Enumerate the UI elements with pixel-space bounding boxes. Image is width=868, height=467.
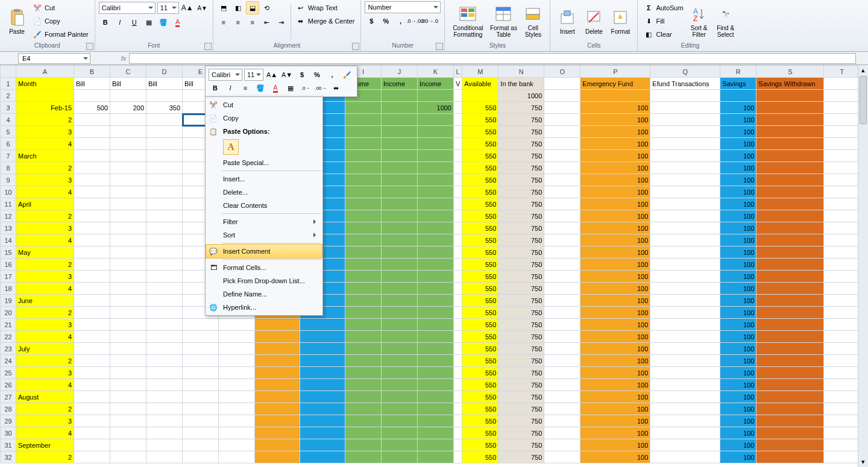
cell-D20[interactable] [146, 307, 183, 319]
cell-S20[interactable] [756, 307, 824, 319]
cell-C9[interactable] [110, 174, 146, 186]
cell-L9[interactable] [454, 174, 462, 186]
cell-O29[interactable] [544, 415, 580, 427]
cell-J27[interactable] [382, 391, 418, 403]
cell-A14[interactable]: 4 [16, 234, 74, 246]
cell-Q4[interactable] [650, 114, 720, 126]
cell-T8[interactable] [824, 162, 860, 174]
cell-R19[interactable]: 100 [720, 295, 756, 307]
cell-B16[interactable] [74, 259, 110, 271]
cell-O5[interactable] [544, 126, 580, 138]
cell-S19[interactable] [756, 295, 824, 307]
cell-A16[interactable]: 2 [16, 259, 74, 271]
cell-T18[interactable] [824, 283, 860, 295]
col-header-K[interactable]: K [418, 66, 454, 78]
cell-J25[interactable] [382, 367, 418, 379]
cell-P13[interactable]: 100 [580, 222, 650, 234]
cell-B5[interactable] [74, 126, 110, 138]
cell-M7[interactable]: 550 [462, 150, 498, 162]
cell-O19[interactable] [544, 295, 580, 307]
cell-A10[interactable]: 4 [16, 186, 74, 198]
paste-button[interactable]: Paste [4, 1, 30, 41]
cell-O24[interactable] [544, 355, 580, 367]
cell-S18[interactable] [756, 283, 824, 295]
align-center-button[interactable]: ≡ [231, 16, 245, 29]
cell-N29[interactable]: 750 [498, 415, 544, 427]
cell-P5[interactable]: 100 [580, 126, 650, 138]
cell-R10[interactable]: 100 [720, 186, 756, 198]
cell-T19[interactable] [824, 295, 860, 307]
ctx-cut[interactable]: ✂️Cut [206, 98, 322, 111]
cell-N11[interactable]: 750 [498, 198, 544, 210]
cell-L27[interactable] [454, 391, 462, 403]
cell-A19[interactable]: June [16, 295, 74, 307]
cell-D2[interactable] [146, 90, 183, 102]
cell-J14[interactable] [382, 234, 418, 246]
col-header-T[interactable]: T [824, 66, 860, 78]
cell-R13[interactable]: 100 [720, 222, 756, 234]
cell-I3[interactable] [345, 102, 382, 114]
cell-I13[interactable] [345, 222, 382, 234]
font-dialog-launcher[interactable] [204, 43, 212, 50]
cell-N8[interactable]: 750 [498, 162, 544, 174]
cell-I24[interactable] [345, 355, 382, 367]
cell-K32[interactable] [418, 451, 454, 463]
cell-Q17[interactable] [650, 271, 720, 283]
cell-K9[interactable] [418, 174, 454, 186]
cell-C5[interactable] [110, 126, 146, 138]
cell-T23[interactable] [824, 343, 860, 355]
cell-I12[interactable] [345, 210, 382, 222]
cell-G22[interactable] [255, 331, 300, 343]
mini-bold[interactable]: B [209, 81, 222, 95]
row-header-28[interactable]: 28 [1, 403, 16, 415]
dec-indent-button[interactable]: ⇤ [260, 16, 274, 29]
cell-R27[interactable]: 100 [720, 391, 756, 403]
cell-B22[interactable] [74, 331, 110, 343]
cell-K25[interactable] [418, 367, 454, 379]
cell-S14[interactable] [756, 234, 824, 246]
col-header-C[interactable]: C [110, 66, 146, 78]
cell-C7[interactable] [110, 150, 146, 162]
cell-Q19[interactable] [650, 295, 720, 307]
cell-A32[interactable]: 2 [16, 451, 74, 463]
cell-M13[interactable]: 550 [462, 222, 498, 234]
format-as-table-button[interactable]: Format as Table [487, 1, 520, 41]
cell-B23[interactable] [74, 343, 110, 355]
cell-C19[interactable] [110, 295, 146, 307]
cell-D30[interactable] [146, 427, 183, 439]
cell-J12[interactable] [382, 210, 418, 222]
cell-I15[interactable] [345, 246, 382, 259]
cell-N2[interactable]: 1000 [498, 90, 544, 102]
cell-B6[interactable] [74, 138, 110, 150]
cell-R14[interactable]: 100 [720, 234, 756, 246]
cell-G23[interactable] [255, 343, 300, 355]
cell-F32[interactable] [219, 451, 255, 463]
cell-R15[interactable]: 100 [720, 246, 756, 259]
cell-C13[interactable] [110, 222, 146, 234]
cell-K21[interactable] [418, 319, 454, 331]
mini-grow-font[interactable]: A▲ [265, 68, 278, 81]
cell-P15[interactable]: 100 [580, 246, 650, 259]
cell-M32[interactable]: 550 [462, 451, 498, 463]
col-header-R[interactable]: R [720, 66, 756, 78]
cell-P29[interactable]: 100 [580, 415, 650, 427]
row-header-15[interactable]: 15 [1, 246, 16, 259]
cell-P20[interactable]: 100 [580, 307, 650, 319]
cell-A8[interactable]: 2 [16, 162, 74, 174]
cell-A23[interactable]: July [16, 343, 74, 355]
cell-B10[interactable] [74, 186, 110, 198]
cell-T26[interactable] [824, 379, 860, 391]
insert-cells-button[interactable]: Insert [554, 1, 580, 41]
cell-A25[interactable]: 3 [16, 367, 74, 379]
cell-I8[interactable] [345, 162, 382, 174]
cell-N10[interactable]: 750 [498, 186, 544, 198]
row-header-16[interactable]: 16 [1, 259, 16, 271]
cell-Q18[interactable] [650, 283, 720, 295]
cell-T3[interactable] [824, 102, 860, 114]
scroll-down-button[interactable]: ▾ [858, 457, 868, 467]
cell-P16[interactable]: 100 [580, 259, 650, 271]
format-cells-button[interactable]: Format [607, 1, 634, 41]
cell-K15[interactable] [418, 246, 454, 259]
scroll-thumb[interactable] [860, 76, 867, 124]
cell-R29[interactable]: 100 [720, 415, 756, 427]
